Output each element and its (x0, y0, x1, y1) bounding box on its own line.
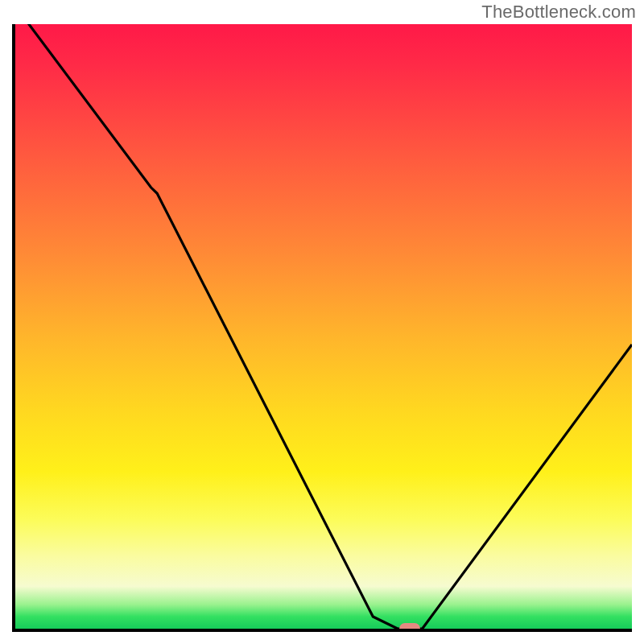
watermark-text: TheBottleneck.com (481, 2, 636, 23)
bottleneck-curve-path (15, 24, 632, 629)
bottleneck-curve (15, 24, 632, 629)
bottleneck-chart: TheBottleneck.com (0, 0, 644, 644)
plot-area (12, 24, 632, 632)
minimum-marker (399, 623, 420, 632)
